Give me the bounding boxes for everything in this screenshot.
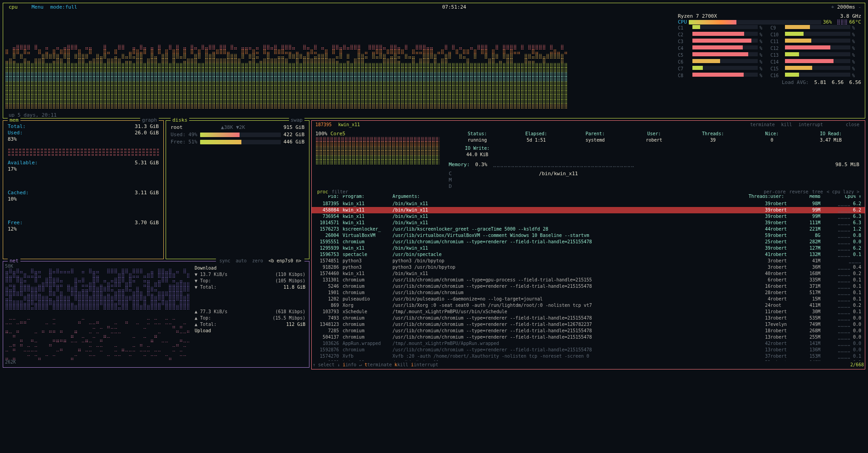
cpu-tab[interactable]: cpu [7, 4, 20, 10]
table-row[interactable]: 1576273kscreenlocker_/usr/lib/kscreenloc… [312, 226, 865, 232]
refresh-plus[interactable]: + [831, 4, 834, 10]
mem-title: mem [8, 117, 20, 123]
net-controls: sync auto zero <b enp7s0 n> [216, 258, 304, 264]
net-down-total-v: 11.8 GiB [284, 284, 305, 291]
load-5: 6.56 [832, 79, 844, 85]
table-row[interactable]: 504137chromium/usr/lib/chromium/chromium… [312, 334, 865, 340]
refresh-minus[interactable]: - [858, 4, 861, 10]
table-row[interactable]: 103626AppRun.wrapped/tmp/.mount_xLightrP… [312, 340, 865, 347]
mem-cached-pct: 10% [8, 196, 159, 202]
mem-used-l: Used: [8, 130, 23, 136]
pd-close[interactable]: close [846, 122, 859, 127]
net-zero[interactable]: zero [252, 258, 263, 263]
table-row[interactable]: 1014571kwin_x11/bin/kwin_x1139 robert111… [312, 220, 865, 226]
disk-free-bar [200, 140, 281, 144]
disk-panel: disks swap root▲38K ▼2K915 GiB Used:49%4… [166, 120, 309, 259]
table-row[interactable]: 1592876chromium/usr/lib/chromium/chromiu… [312, 347, 865, 353]
net-up-rate: ▲ 77.3 KiB/s [195, 309, 227, 315]
pd-mem-pct: 0.3% [475, 162, 487, 168]
proc-list[interactable]: 187395kwin_x11/bin/kwin_x1139 robert98M⣀… [312, 201, 865, 361]
net-down-top-v: (105 Mibps) [275, 278, 305, 284]
disk-total: 915 GiB [284, 124, 304, 131]
percore-toggle[interactable]: per-core [764, 189, 785, 195]
proc-panel: 187395 kwin_x11 terminate kill interrupt… [311, 120, 865, 369]
mem-free-l: Free: [8, 220, 23, 226]
mem-used-v: 26.0 GiB [135, 130, 159, 136]
filter-tab[interactable]: filter [332, 189, 348, 195]
pd-terminate[interactable]: terminate [750, 122, 775, 127]
net-graph: 50K 262K ⣤⣿⣤⣿⣤⠀⠀⣿⣤⣤⠀⠀⣿⣤⣿⣤⣤⣤⣿⠀⠀⣤⠀⣿⣤⣤⠀⠀⣿⣿⣿… [3, 261, 191, 367]
net-iface[interactable]: <b enp7s0 n> [269, 258, 301, 263]
table-row[interactable]: 1901chromium/usr/lib/chromium/chromium28… [312, 290, 865, 296]
proc-tab[interactable]: proc [317, 189, 328, 195]
table-row[interactable]: 187395kwin_x11/bin/kwin_x1139 robert98M⣀… [312, 201, 865, 207]
reverse-toggle[interactable]: reverse [790, 189, 809, 195]
load-15: 6.56 [849, 79, 862, 85]
table-row[interactable]: 7285chromium/usr/lib/chromium/chromium -… [312, 328, 865, 334]
refresh-rate: 2000ms [837, 4, 855, 10]
pd-name: kwin_x11 [338, 122, 360, 127]
table-row[interactable]: 1595551chromium/usr/lib/chromium/chromiu… [312, 239, 865, 245]
mem-cached-l: Cached: [8, 190, 29, 196]
sort-selector[interactable]: < cpu lazy > [827, 189, 859, 195]
uptime: up 5 days, 20:11 [3, 110, 865, 120]
disk-free-v: 446 GiB [284, 139, 304, 145]
table-row[interactable]: 918286python3python3 /usr/bin/bpytop3 ro… [312, 264, 865, 271]
clock: 07:51:24 [442, 4, 466, 10]
cpu-temp: 66°C [849, 19, 862, 25]
mem-avail-l: Available: [8, 160, 38, 166]
mode-button[interactable]: mode:full [50, 4, 78, 10]
footer-interrupt[interactable]: interrupt [414, 362, 438, 367]
net-down-total-l: ▼ Total: [195, 284, 216, 291]
table-row[interactable]: 1596753spectacle/usr/bin/spectacle41 rob… [312, 251, 865, 258]
table-row[interactable]: 1295939kwin_x11/bin/kwin_x1139 robert127… [312, 245, 865, 251]
footer-kill[interactable]: kill [397, 362, 408, 367]
table-row[interactable]: 1348123chromium/usr/lib/chromium/chromiu… [312, 321, 865, 328]
net-down-l: Download [195, 265, 305, 271]
table-row[interactable]: 103793xSchedule/tmp/.mount_xLightrPmBPU/… [312, 309, 865, 315]
pd-mem-l: Memory: [449, 162, 470, 168]
disk-free-pct: 51% [188, 139, 197, 145]
tree-toggle[interactable]: tree [812, 189, 823, 195]
table-row[interactable]: 1574270XvfbXvfb :20 -auth /home/robert/.… [312, 353, 865, 359]
footer-terminate[interactable]: terminate [367, 362, 392, 367]
table-row[interactable]: 131301chromium/usr/lib/chromium/chromium… [312, 277, 865, 283]
mem-total-v: 31.3 GiB [135, 123, 159, 130]
cpu-total-label: CPU [678, 19, 687, 25]
table-row[interactable]: 869Xorg/usr/lib/Xorg :0 -seat seat0 -aut… [312, 302, 865, 309]
table-row[interactable]: 26004VirtualBoxVM/usr/lib/virtualbox/Vir… [312, 232, 865, 239]
disk-used-v: 422 GiB [284, 132, 304, 138]
disk-free-l: Free: [171, 139, 186, 145]
net-up-total-v: 112 GiB [286, 321, 305, 328]
table-row[interactable]: 1574851python3python3 /bin/bpytop3 rober… [312, 258, 865, 264]
pd-kill[interactable]: kill [781, 122, 792, 127]
table-row[interactable]: 7493chromium/usr/lib/chromium/chromium -… [312, 315, 865, 321]
net-auto[interactable]: auto [236, 258, 247, 263]
cpu-freq: 3.8 GHz [840, 13, 861, 19]
mem-free-pct: 12% [8, 226, 159, 232]
net-up-total-l: ▲ Total: [195, 321, 216, 328]
cpu-history-graph: ⠀⠀⣤⣿⣿⣿⣿⠀⣿⠀⠀⣤⠀⠀⣤⠀⣤⣿⣿⣿⠀⠀⣤⣤⠀⠀⠀⣿⠀⠀⠀⣿⣿⠀⠀⣤⠀⣿⣤⠀… [3, 11, 674, 110]
table-row[interactable]: 458084kwin_x11/bin/kwin_x1139 robert99M⣀… [312, 207, 865, 213]
pd-mem-v: 98.5 MiB [835, 162, 859, 168]
table-row[interactable]: 1574460kwin_x11/bin/kwin_x1140 robert168… [312, 271, 865, 277]
col-args[interactable]: Arguments: [392, 193, 743, 200]
cpu-panel: cpu Menu mode:full 07:51:24 + 2000ms - ⠀… [3, 3, 865, 118]
table-row[interactable]: 1202pulseaudio/usr/bin/pulseaudio --daem… [312, 296, 865, 302]
footer-pos: 2/668 [850, 362, 864, 368]
pd-cpu-graph: ⣿⣿⣿⣿⣿⣿⣿⣿⣿⣿⣿⣿⣿⣿⣿⣿⣿⣿⣿⣿⣿⣿⣿⣿⣿⣿⣿⣿⣿⣿⣿⣿⣿⣿⣿⣿⣿⣿⣿⣿… [315, 137, 440, 164]
net-sync[interactable]: sync [219, 258, 230, 263]
net-up-rate2: (618 Kibps) [275, 309, 305, 315]
table-row[interactable]: 5246chromium/usr/lib/chromium/chromium -… [312, 283, 865, 290]
menu-button[interactable]: Menu [32, 4, 44, 10]
mem-panel: mem graph Total:31.3 GiB Used:26.0 GiB 8… [3, 120, 164, 259]
table-row[interactable]: 736954kwin_x11/bin/kwin_x1139 robert99M⣀… [312, 213, 865, 220]
swap-toggle[interactable]: swap [289, 117, 305, 123]
col-prog[interactable]: Program: [343, 193, 392, 200]
disk-title: disks [171, 117, 189, 123]
pd-interrupt[interactable]: interrupt [799, 122, 823, 127]
pd-core-pct: 100% [315, 131, 328, 137]
mem-graph-toggle[interactable]: graph [140, 117, 159, 123]
net-down-top-l: ▼ Top: [195, 278, 211, 284]
disk-used-l: Used: [171, 132, 186, 138]
